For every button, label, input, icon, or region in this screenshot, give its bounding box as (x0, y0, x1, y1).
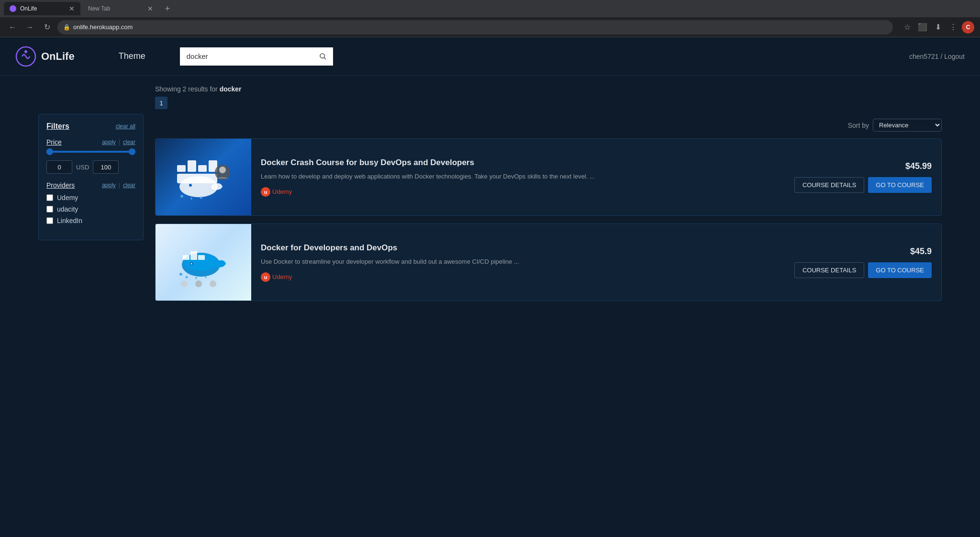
browser-chrome: OnLife ✕ New Tab ✕ + ← → ↻ 🔒 onlife.hero… (0, 0, 980, 37)
svg-rect-19 (190, 251, 197, 260)
sort-bar: Sort by Relevance Price: Low to High Pri… (155, 119, 942, 132)
price-filter-header: Price apply | clear (46, 138, 135, 146)
providers-filter-actions: apply | clear (102, 182, 135, 189)
course-details-button-1[interactable]: COURSE DETAILS (794, 177, 864, 193)
course-card-1: Docker Crash Course for busy DevOps and … (155, 138, 942, 216)
browser-tab-newtab[interactable]: New Tab ✕ (82, 2, 159, 15)
docker-whale-icon-2 (172, 236, 234, 289)
svg-line-3 (324, 57, 326, 59)
go-to-course-button-2[interactable]: GO TO COURSE (868, 262, 932, 278)
course-info-2: Docker for Developers and DevOps Use Doc… (251, 224, 785, 301)
address-text: onlife.herokuapp.com (73, 23, 133, 31)
toolbar-actions: ☆ ⬛ ⬇ ⋮ C (901, 21, 974, 34)
tab-close-newtab[interactable]: ✕ (147, 5, 153, 12)
price-inputs: USD (46, 160, 135, 174)
svg-point-2 (320, 54, 324, 58)
course-details-button-2[interactable]: COURSE DETAILS (794, 262, 864, 278)
app-header: OnLife Theme chen5721 / Logout (0, 37, 980, 76)
provider-item-udacity[interactable]: udacity (46, 205, 135, 213)
udemy-label-1: Udemy (272, 188, 292, 195)
providers-filter-section: Providers apply | clear Udemy (46, 181, 135, 224)
nav-theme[interactable]: Theme (119, 51, 145, 61)
provider-checkbox-linkedin[interactable] (46, 217, 53, 224)
svg-point-25 (195, 277, 197, 279)
svg-point-11 (180, 195, 183, 198)
price-range-min-thumb[interactable] (46, 148, 53, 155)
tab-favicon-onlife (10, 5, 16, 12)
svg-point-24 (186, 276, 188, 279)
course-actions-2: $45.9 COURSE DETAILS GO TO COURSE (785, 224, 941, 301)
sort-select[interactable]: Relevance Price: Low to High Price: High… (873, 119, 942, 132)
back-button[interactable]: ← (6, 21, 19, 34)
svg-rect-5 (188, 160, 196, 172)
filters-title: Filters (46, 122, 69, 131)
provider-list: Udemy udacity LinkedIn (46, 194, 135, 224)
more-button[interactable]: ⋮ (947, 21, 960, 34)
logo-icon (15, 46, 36, 67)
showing-text: Showing 2 results for (155, 85, 220, 93)
extensions-button[interactable]: ⬛ (916, 21, 929, 34)
provider-checkbox-udemy[interactable] (46, 194, 53, 201)
provider-item-udemy[interactable]: Udemy (46, 194, 135, 201)
browser-tab-active[interactable]: OnLife ✕ (4, 2, 80, 15)
providers-clear-button[interactable]: clear (123, 182, 135, 189)
search-input[interactable] (180, 47, 313, 66)
providers-filter-header: Providers apply | clear (46, 181, 135, 189)
header-user[interactable]: chen5721 / Logout (909, 53, 965, 60)
tab-label-newtab: New Tab (88, 5, 110, 12)
course-provider-2: u Udemy (261, 272, 775, 282)
course-buttons-2: COURSE DETAILS GO TO COURSE (794, 262, 932, 278)
svg-point-26 (205, 276, 207, 278)
go-to-course-button-1[interactable]: GO TO COURSE (868, 177, 932, 193)
provider-checkbox-udacity[interactable] (46, 206, 53, 213)
providers-apply-button[interactable]: apply (102, 182, 116, 189)
providers-filter-title: Providers (46, 181, 75, 189)
price-filter-actions: apply | clear (102, 139, 135, 145)
svg-rect-20 (198, 255, 205, 260)
price-range-max-thumb[interactable] (129, 148, 135, 155)
course-desc-1: Learn how to develop and deploy web appl… (261, 172, 775, 181)
course-price-1: $45.99 (905, 161, 932, 171)
docker-whale-icon-1 (172, 151, 234, 203)
price-apply-button[interactable]: apply (102, 139, 116, 145)
bookmark-button[interactable]: ☆ (901, 21, 914, 34)
provider-item-linkedin[interactable]: LinkedIn (46, 217, 135, 224)
page-number[interactable]: 1 (155, 97, 167, 109)
udemy-logo-1: u Udemy (261, 187, 292, 197)
provider-label-udacity: udacity (57, 205, 78, 213)
svg-point-22 (191, 263, 192, 265)
refresh-button[interactable]: ↻ (40, 21, 54, 34)
course-price-2: $45.9 (910, 246, 932, 257)
sync-button[interactable]: ⬇ (931, 21, 945, 34)
search-bar (180, 47, 333, 66)
svg-point-27 (181, 280, 188, 287)
tab-label-onlife: OnLife (20, 5, 37, 12)
profile-button[interactable]: C (962, 21, 974, 34)
forward-button[interactable]: → (23, 21, 36, 34)
results-area: Showing 2 results for docker 1 Sort by R… (155, 85, 942, 309)
udemy-logo-2: u Udemy (261, 272, 292, 282)
price-clear-button[interactable]: clear (123, 139, 135, 145)
price-min-input[interactable] (46, 160, 72, 174)
search-icon (319, 53, 327, 60)
price-range-track (46, 151, 135, 153)
tab-close-onlife[interactable]: ✕ (69, 5, 75, 12)
address-bar[interactable]: 🔒 onlife.herokuapp.com (57, 20, 893, 34)
browser-tabs: OnLife ✕ New Tab ✕ + (0, 0, 980, 17)
udemy-u-icon-2: u (261, 272, 270, 282)
sort-label: Sort by (848, 122, 869, 129)
filters-header: Filters clear all (46, 122, 135, 131)
svg-point-29 (210, 280, 216, 287)
price-range-fill (46, 151, 135, 153)
filters-clear-all-button[interactable]: clear all (116, 123, 135, 130)
logo-text: OnLife (41, 50, 75, 63)
course-provider-1: u Udemy (261, 187, 775, 197)
svg-point-12 (190, 198, 192, 200)
price-max-input[interactable] (93, 160, 119, 174)
results-text: Showing 2 results for docker (155, 85, 942, 93)
search-button[interactable] (313, 47, 333, 66)
sidebar-area: Filters clear all Price apply | clear (38, 85, 144, 309)
new-tab-button[interactable]: + (161, 2, 174, 15)
course-desc-2: Use Docker to streamline your developer … (261, 257, 775, 267)
app-logo[interactable]: OnLife (15, 46, 75, 67)
